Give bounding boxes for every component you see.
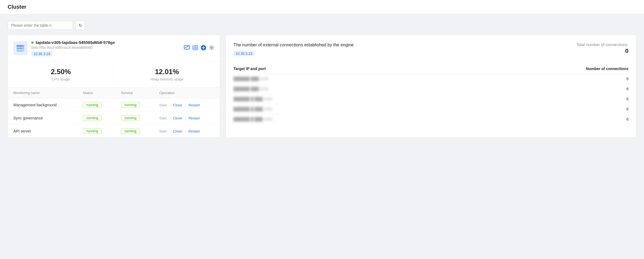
service-ops: Start | Close | Restart (154, 112, 220, 125)
monitor-icon[interactable] (184, 45, 190, 52)
total-label: Total number of connections: (576, 42, 628, 47)
service-row: API server running running Start | Close… (8, 125, 220, 138)
page-title: Cluster (8, 4, 26, 10)
conn-ip: ██████ █ ███:3306 (233, 94, 421, 104)
close-btn[interactable]: Close (173, 129, 182, 133)
service-service: running (116, 125, 154, 138)
page-content: ↻ (0, 14, 644, 259)
conn-row: ██████ ███:3306 6 (233, 84, 628, 94)
list-icon[interactable] (193, 45, 198, 52)
conn-count: 6 (421, 94, 628, 104)
status-dot (31, 41, 34, 44)
node-name: tapdata-v305-tapdaas-545565d6b8-578gx (36, 40, 115, 45)
close-btn[interactable]: Close (173, 116, 182, 120)
refresh-icon: ↻ (79, 23, 82, 28)
conn-ip: ██████ █ ███:3306 (233, 104, 421, 114)
search-input[interactable] (8, 21, 73, 30)
close-btn[interactable]: Close (173, 103, 182, 107)
add-icon[interactable] (201, 45, 206, 52)
col-status: Status (77, 88, 116, 98)
cpu-metric: 2.50% CPU usage (8, 62, 114, 87)
col-monitoring-name: Monitoring name (8, 88, 77, 98)
svg-point-3 (23, 46, 24, 46)
conn-ip: ██████ ███:3306 (233, 74, 421, 84)
col-target-ip: Target IP and port (233, 64, 421, 74)
conn-count: 6 (421, 84, 628, 94)
cpu-label: CPU usage (13, 77, 108, 81)
service-status: running (77, 98, 116, 112)
heap-value: 12.01% (120, 68, 215, 76)
search-row: ↻ (8, 21, 636, 30)
restart-btn[interactable]: Restart (189, 103, 200, 107)
page-header: Cluster (0, 0, 644, 14)
conn-row: ██████ █ ███:3306 6 (233, 114, 628, 124)
connections-total: Total number of connections: 0 (576, 42, 628, 57)
cpu-value: 2.50% (13, 68, 108, 76)
server-icon (16, 43, 25, 53)
services-table: Monitoring name Status Service Operation… (8, 88, 220, 137)
total-count: 0 (576, 47, 628, 55)
settings-icon[interactable] (209, 45, 214, 52)
node-info: tapdata-v305-tapdaas-545565d6b8-578gx 56… (31, 40, 180, 56)
conn-ip: ██████ █ ███:3306 (233, 114, 421, 124)
service-name: Sync governance (8, 112, 77, 125)
node-header: tapdata-v305-tapdaas-545565d6b8-578gx 56… (8, 35, 220, 62)
conn-count: 6 (421, 104, 628, 114)
conn-table-header: Target IP and port Number of connections (233, 64, 628, 74)
main-layout: tapdata-v305-tapdaas-545565d6b8-578gx 56… (8, 35, 636, 138)
connections-desc: The number of external connections estab… (233, 42, 565, 57)
conn-row: ██████ ███:3306 6 (233, 74, 628, 84)
services-table-header: Monitoring name Status Service Operation (8, 88, 220, 98)
node-icon (13, 41, 28, 55)
node-actions (184, 45, 214, 52)
service-service: running (116, 98, 154, 112)
col-operation: Operation (154, 88, 220, 98)
restart-btn[interactable]: Restart (189, 116, 200, 120)
connections-table: Target IP and port Number of connections… (233, 64, 628, 124)
restart-btn[interactable]: Restart (189, 129, 200, 133)
conn-count: 6 (421, 114, 628, 124)
conn-row: ██████ █ ███:3306 6 (233, 94, 628, 104)
heap-label: Heap memory usage (120, 77, 215, 81)
connections-ip: 10.35.3.23 (233, 51, 254, 56)
col-num-connections: Number of connections (421, 64, 628, 74)
service-name: Management background (8, 98, 77, 112)
right-panel: The number of external connections estab… (226, 35, 636, 138)
start-btn[interactable]: Start (159, 129, 167, 133)
service-service: running (116, 112, 154, 125)
left-panel: tapdata-v305-tapdaas-545565d6b8-578gx 56… (8, 35, 220, 138)
right-top: The number of external connections estab… (233, 42, 628, 57)
svg-point-5 (23, 50, 24, 51)
refresh-button[interactable]: ↻ (76, 21, 85, 30)
heap-metric: 12.01% Heap memory usage (114, 62, 220, 87)
service-row: Management background running running St… (8, 98, 220, 112)
svg-point-16 (211, 47, 212, 49)
start-btn[interactable]: Start (159, 116, 167, 120)
service-status: running (77, 112, 116, 125)
service-row: Sync governance running running Start | … (8, 112, 220, 125)
service-ops: Start | Close | Restart (154, 98, 220, 112)
connections-description: The number of external connections estab… (233, 42, 565, 48)
service-name: API server (8, 125, 77, 138)
conn-count: 6 (421, 74, 628, 84)
conn-row: ██████ █ ███:3306 6 (233, 104, 628, 114)
conn-ip: ██████ ███:3306 (233, 84, 421, 94)
service-status: running (77, 125, 116, 138)
node-id: 568c765b-9bc0-4950-ba24-46fd48884980 (31, 46, 180, 50)
col-service: Service (116, 88, 154, 98)
node-status-row: tapdata-v305-tapdaas-545565d6b8-578gx (31, 40, 180, 45)
metrics-row: 2.50% CPU usage 12.01% Heap memory usage (8, 62, 220, 88)
node-ip: 10.35.3.23 (31, 51, 52, 56)
svg-point-4 (23, 48, 24, 49)
start-btn[interactable]: Start (159, 103, 167, 107)
service-ops: Start | Close | Restart (154, 125, 220, 138)
